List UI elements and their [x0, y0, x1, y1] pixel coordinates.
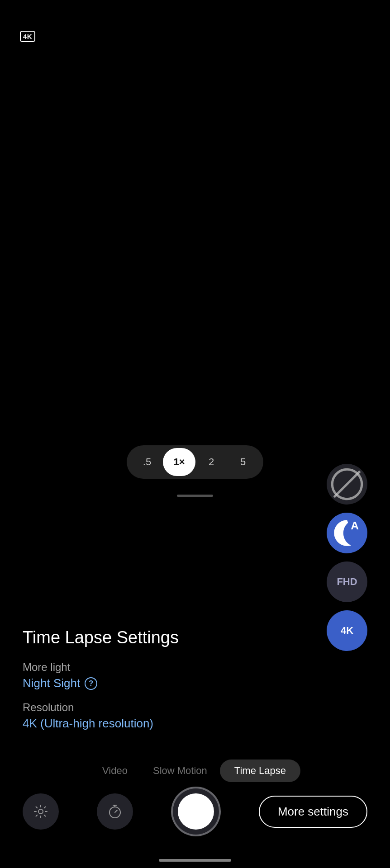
- fhd-label: FHD: [337, 576, 357, 588]
- svg-point-3: [38, 809, 43, 814]
- svg-line-6: [115, 810, 117, 812]
- zoom-option-0p5[interactable]: .5: [131, 448, 163, 476]
- bottom-controls: More settings: [0, 787, 390, 836]
- shutter-inner: [178, 793, 214, 830]
- zoom-option-2x[interactable]: 2: [195, 448, 227, 476]
- mode-bar: Video Slow Motion Time Lapse: [0, 760, 390, 782]
- more-settings-button[interactable]: More settings: [259, 796, 367, 828]
- resolution-row: Resolution 4K (Ultra-high resolution): [23, 701, 367, 731]
- night-icon: A: [327, 513, 367, 553]
- settings-button[interactable]: [23, 793, 59, 830]
- svg-text:A: A: [351, 519, 359, 532]
- 4k-button[interactable]: 4K: [327, 610, 367, 651]
- timer-icon: [106, 803, 124, 820]
- more-light-label: More light: [23, 661, 367, 674]
- help-icon[interactable]: ?: [85, 677, 97, 690]
- settings-title: Time Lapse Settings: [23, 628, 367, 647]
- fhd-button[interactable]: FHD: [327, 561, 367, 602]
- mode-time-lapse[interactable]: Time Lapse: [220, 760, 300, 782]
- night-sight-link[interactable]: Night Sight: [23, 676, 80, 690]
- more-light-value[interactable]: Night Sight ?: [23, 676, 367, 690]
- zoom-option-1x[interactable]: 1×: [163, 448, 195, 476]
- svg-line-1: [334, 471, 360, 497]
- resolution-label: Resolution: [23, 701, 367, 714]
- timer-button[interactable]: [97, 793, 133, 830]
- mode-video[interactable]: Video: [90, 760, 140, 782]
- home-indicator: [159, 859, 231, 862]
- drag-handle[interactable]: [177, 495, 213, 497]
- resolution-badge: 4K: [20, 31, 35, 42]
- no-symbol-icon: [327, 464, 367, 505]
- resolution-value[interactable]: 4K (Ultra-high resolution): [23, 717, 367, 731]
- night-mode-button[interactable]: A: [327, 513, 367, 553]
- right-float-buttons: A FHD 4K: [327, 464, 367, 651]
- mode-slow-motion[interactable]: Slow Motion: [140, 760, 220, 782]
- zoom-option-5x[interactable]: 5: [227, 448, 259, 476]
- uhd-label: 4K: [341, 625, 353, 637]
- no-filter-button[interactable]: [327, 464, 367, 505]
- shutter-button[interactable]: [171, 787, 221, 836]
- zoom-selector: .5 1× 2 5: [127, 445, 263, 479]
- gear-icon: [32, 803, 49, 820]
- more-light-row: More light Night Sight ?: [23, 661, 367, 690]
